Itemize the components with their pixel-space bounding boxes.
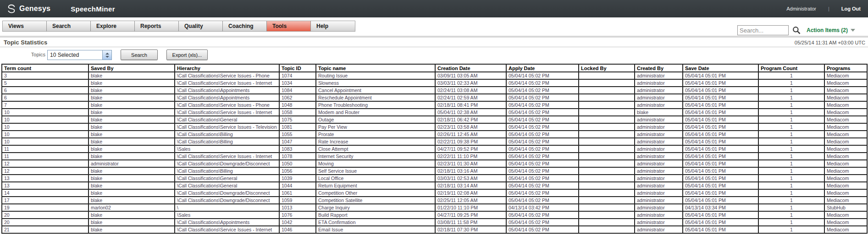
cell-topic-id: 1058 [279,109,316,116]
cell-term-count: 11 [2,145,88,153]
column-header-programs[interactable]: Programs [824,64,867,72]
action-items-menu[interactable]: Action Items (2) [807,27,855,33]
tab-search[interactable]: Search [47,21,91,31]
genesys-logo-icon [6,4,17,14]
cell-save-date: 05/04/14 05:01 PM [683,175,758,182]
cell-programs: Mediacom [824,79,867,87]
cell-topic-id: 1046 [279,226,316,233]
cell-hierarchy: \Call Classifications\Service Issues - P… [175,72,279,79]
column-header-term-count[interactable]: Term count [2,64,88,72]
cell-program-count: 1 [758,204,824,211]
cell-program-count: 1 [758,72,824,79]
cell-apply-date: 05/04/14 05:02 PM [506,79,579,87]
cell-hierarchy: \Call Classifications\Service Issues - I… [175,79,279,87]
cell-saved-by: blake [88,116,175,123]
cell-creation-date: 02/18/11 07:30 PM [435,226,506,233]
topics-select[interactable]: 10 Selected [47,50,112,60]
search-icon[interactable] [792,26,801,35]
cell-programs: Mediacom [824,109,867,116]
cell-term-count: 10 [2,131,88,138]
column-header-apply-date[interactable]: Apply Date [506,64,579,72]
cell-term-count: 13 [2,182,88,189]
table-row: 10blake\Call Classifications\Service Iss… [2,123,867,131]
cell-creation-date: 05/04/11 02:38 AM [435,109,506,116]
cell-programs: Mediacom [824,211,867,219]
cell-locked-by [579,94,635,101]
column-header-created-by[interactable]: Created By [635,64,683,72]
cell-created-by: administrator [635,131,683,138]
export-xls-button[interactable]: Export (xls)... [166,49,208,60]
cell-locked-by [579,153,635,160]
search-input[interactable] [737,25,789,35]
cell-topic-id: 1078 [279,153,316,160]
cell-locked-by [579,167,635,175]
column-header-locked-by[interactable]: Locked By [579,64,635,72]
cell-locked-by [579,189,635,197]
tab-quality[interactable]: Quality [179,21,223,31]
cell-saved-by: blake [88,109,175,116]
cell-locked-by [579,131,635,138]
cell-term-count: 19 [2,204,88,211]
cell-created-by: administrator [635,211,683,219]
cell-locked-by [579,138,635,145]
table-row: 20blake\Call Classifications\Appointment… [2,219,867,226]
cell-program-count: 1 [758,131,824,138]
column-header-topic-name[interactable]: Topic name [316,64,435,72]
cell-locked-by [579,109,635,116]
cell-program-count: 1 [758,160,824,167]
cell-save-date: 05/04/14 05:01 PM [683,138,758,145]
column-header-save-date[interactable]: Save Date [683,64,758,72]
cell-hierarchy: \Call Classifications\Service Issues - I… [175,226,279,233]
tab-coaching[interactable]: Coaching [223,21,267,31]
table-row: 17blake\Call Classifications\Downgrade/D… [2,197,867,204]
cell-save-date: 05/04/14 05:01 PM [683,145,758,153]
tab-tools[interactable]: Tools [267,21,311,31]
table-row: 11blake\Sales1083Close Attempt04/27/11 0… [2,145,867,153]
column-header-creation-date[interactable]: Creation Date [435,64,506,72]
cell-hierarchy: \Call Classifications\Downgrade/Disconne… [175,197,279,204]
cell-locked-by [579,160,635,167]
cell-saved-by: blake [88,226,175,233]
cell-saved-by: blake [88,87,175,94]
tab-views[interactable]: Views [3,21,47,31]
cell-apply-date: 04/13/14 03:42 PM [506,204,579,211]
column-header-program-count[interactable]: Program Count [758,64,824,72]
cell-hierarchy: \Call Classifications\Downgrade/Disconne… [175,189,279,197]
cell-creation-date: 02/18/11 06:42 PM [435,116,506,123]
search-button[interactable]: Search [121,49,158,60]
cell-save-date: 05/04/14 05:01 PM [683,101,758,109]
cell-created-by: administrator [635,219,683,226]
cell-created-by: administrator [635,204,683,211]
cell-programs: Mediacom [824,153,867,160]
cell-save-date: 05/04/14 05:01 PM [683,182,758,189]
cell-save-date: 05/04/14 05:01 PM [683,94,758,101]
cell-apply-date: 05/04/14 05:02 PM [506,131,579,138]
cell-hierarchy: \Sales [175,211,279,219]
table-row: 13blake\Call Classifications\General1039… [2,175,867,182]
cell-saved-by: blake [88,153,175,160]
tab-reports[interactable]: Reports [135,21,179,31]
logout-button[interactable]: Log Out [841,6,861,11]
cell-topic-name: Close Attempt [316,145,435,153]
cell-term-count: 6 [2,94,88,101]
cell-topic-name: Email Issue [316,226,435,233]
tab-explore[interactable]: Explore [91,21,135,31]
cell-program-count: 1 [758,189,824,197]
cell-term-count: 3 [2,72,88,79]
cell-apply-date: 05/04/14 05:02 PM [506,145,579,153]
column-header-topic-id[interactable]: Topic ID [279,64,316,72]
tab-help[interactable]: Help [311,21,355,31]
cell-apply-date: 05/04/14 05:02 PM [506,160,579,167]
cell-program-count: 1 [758,145,824,153]
cell-topic-name: Reschedule Appointment [316,94,435,101]
cell-topic-id: 1075 [279,116,316,123]
user-logout-divider: | [828,6,829,11]
column-header-hierarchy[interactable]: Hierarchy [175,64,279,72]
cell-program-count: 1 [758,94,824,101]
controls-row: Topics 10 Selected Search Export (xls)..… [0,49,868,61]
cell-save-date: 05/04/14 05:01 PM [683,131,758,138]
cell-topic-id: 1048 [279,101,316,109]
column-header-saved-by[interactable]: Saved By [88,64,175,72]
cell-save-date: 05/04/14 05:01 PM [683,123,758,131]
cell-created-by: blake [635,109,683,116]
